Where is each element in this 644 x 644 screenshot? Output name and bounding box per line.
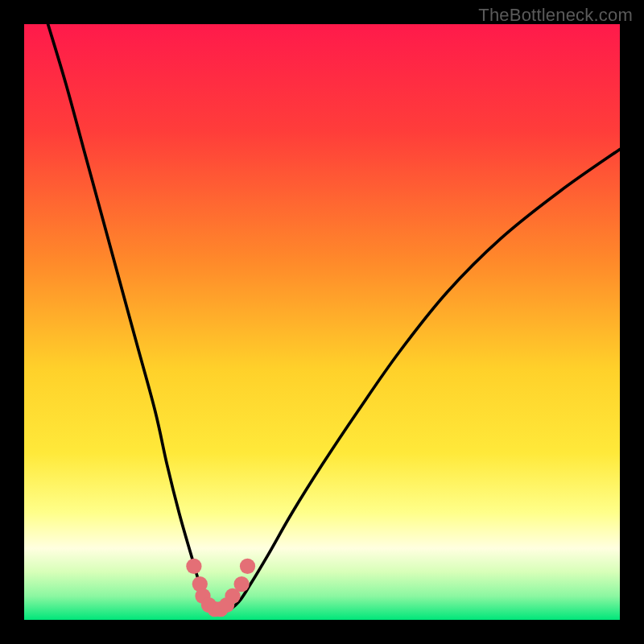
watermark-text: TheBottleneck.com [478,5,633,26]
chart-frame: TheBottleneck.com [0,0,644,644]
plot-area [24,24,620,620]
marker-dot [240,559,255,574]
highlight-markers [186,559,255,617]
marker-dot [233,576,249,592]
marker-dot [186,559,201,574]
bottleneck-curve [48,24,620,612]
curve-layer [24,24,620,620]
